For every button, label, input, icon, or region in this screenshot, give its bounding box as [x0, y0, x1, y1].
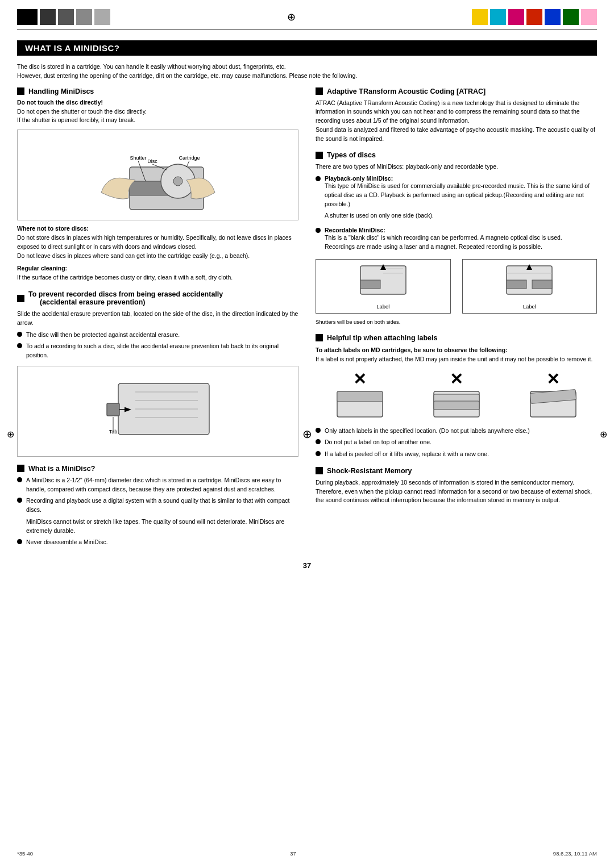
helpful-tip-heading-text: Helpful tip when attaching labels [327, 334, 437, 342]
where-not-to-store-text: Do not store discs in places with high t… [17, 233, 298, 260]
recordable-heading: Recordable MiniDisc: [325, 227, 385, 233]
bullet-icon-7 [316, 228, 321, 233]
prevent-erase-heading-text: To prevent recorded discs from being era… [28, 290, 223, 306]
disc-type-diagrams: Label Label [316, 259, 597, 314]
helpful-bullet-2: Do not put a label on top of another one… [316, 438, 597, 447]
bullet-icon-6 [316, 176, 321, 181]
what-is-bullet-2-text: Recording and playback use a digital sys… [26, 496, 298, 515]
heading-square-icon7 [316, 467, 323, 474]
shock-resistant-text: During playback, approximately 10 second… [316, 478, 597, 505]
regular-cleaning-heading: Regular cleaning: [17, 265, 298, 272]
svg-rect-20 [360, 280, 380, 289]
disc-box-playback: Label [316, 259, 451, 314]
left-target-symbol: ⊕ [7, 429, 14, 440]
label-diag-1-svg [334, 389, 385, 420]
helpful-tip-text: If a label is not properly attached, the… [316, 355, 597, 364]
types-of-discs-heading: Types of discs [316, 151, 597, 159]
bullet-icon-1 [17, 332, 22, 337]
label-diag-2: ✕ [412, 370, 500, 421]
playback-only-heading: Playback-only MiniDisc: [325, 175, 393, 182]
page-number-text: 37 [303, 561, 311, 570]
disc-diagram-svg: Disc Shutter Cartridge [96, 136, 221, 215]
header-block-4 [76, 9, 92, 25]
bullet-icon-9 [316, 439, 321, 444]
bullet-icon-10 [316, 451, 321, 456]
tab-diagram: Tab [17, 366, 298, 457]
helpful-bullet-3: If a label is peeled off or it lifts awa… [316, 450, 597, 459]
heading-square-icon3 [17, 465, 24, 472]
header-block-5 [94, 9, 110, 25]
svg-rect-25 [507, 280, 526, 289]
what-is-bullet-2: Recording and playback use a digital sys… [17, 496, 298, 515]
cross-mark-2: ✕ [412, 370, 500, 389]
heading-square-icon2 [17, 295, 24, 302]
do-not-touch-label: Do not touch the disc directly! [17, 99, 298, 106]
main-content: Handling MiniDiscs Do not touch the disc… [17, 87, 597, 550]
svg-text:Disc: Disc [147, 158, 157, 164]
what-is-bullet-1: A MiniDisc is a 2-1/2" (64-mm) diameter … [17, 476, 298, 494]
helpful-bullet-3-text: If a label is peeled off or it lifts awa… [325, 450, 597, 459]
right-column: Adaptive TRansform Acoustic Coding [ATRA… [316, 87, 597, 550]
shock-resistant-heading-text: Shock-Resistant Memory [327, 467, 412, 475]
prevent-bullet-2: To add a recording to such a disc, slide… [17, 342, 298, 360]
atrac-text: ATRAC (Adaptive TRansform Acoustic Codin… [316, 99, 597, 144]
label-diagrams: ✕ ✕ ✕ [316, 370, 597, 421]
intro-line1: The disc is stored in a cartridge. You c… [17, 62, 563, 72]
atrac-heading-text: Adaptive TRansform Acoustic Coding [ATRA… [327, 87, 486, 95]
tab-diagram-svg: Tab [101, 372, 215, 452]
header-block-cyan [490, 9, 506, 25]
prevent-erase-text: Slide the accidental erasure prevention … [17, 310, 298, 328]
header-block-yellow [472, 9, 488, 25]
header-block-2 [40, 9, 56, 25]
handling-heading: Handling MiniDiscs [17, 87, 298, 95]
page-title: WHAT IS A MINIDISC? [17, 40, 597, 56]
svg-rect-15 [107, 403, 119, 416]
playback-only-section: Playback-only MiniDisc: This type of Min… [316, 175, 597, 223]
bullet-icon-8 [316, 428, 321, 433]
what-is-bullet-1-text: A MiniDisc is a 2-1/2" (64-mm) diameter … [26, 476, 298, 494]
bullet-icon-2 [17, 343, 22, 348]
disc-box-recordable-svg [504, 263, 555, 300]
heading-square-icon [17, 87, 24, 95]
header-block-blue [545, 9, 561, 25]
bullet-icon-4 [17, 498, 22, 503]
helpful-tip-bold: To attach labels on MD cartridges, be su… [316, 347, 597, 353]
cross-mark-1: ✕ [316, 370, 404, 389]
disc-label-2: Label [466, 303, 594, 310]
atrac-heading: Adaptive TRansform Acoustic Coding [ATRA… [316, 87, 597, 95]
playback-shutter-note: A shutter is used on only one side (back… [325, 211, 597, 220]
disc-label-1: Label [320, 303, 447, 310]
where-not-to-store-heading: Where not to store discs: [17, 225, 298, 232]
left-column: Handling MiniDiscs Do not touch the disc… [17, 87, 298, 550]
recordable-section: Recordable MiniDisc: This is a "blank di… [316, 227, 597, 254]
intro-line2: However, dust entering the opening of th… [17, 72, 563, 81]
do-not-touch-text: Do not open the shutter or touch the dis… [17, 107, 298, 126]
shutter-note-both: Shutters will be used on both sides. [316, 318, 597, 326]
svg-rect-33 [434, 401, 479, 410]
page-number: 37 [0, 561, 614, 570]
heading-square-icon6 [316, 334, 323, 341]
heading-square-icon4 [316, 87, 323, 95]
what-is-heading: What is a MiniDisc? [17, 465, 298, 473]
prevent-bullet-2-text: To add a recording to such a disc, slide… [26, 342, 298, 360]
header-block-magenta [508, 9, 524, 25]
shock-resistant-heading: Shock-Resistant Memory [316, 467, 597, 475]
header-block-3 [58, 9, 74, 25]
label-diag-2-svg [431, 389, 482, 420]
right-target-symbol: ⊕ [600, 429, 607, 440]
regular-cleaning-text: If the surface of the cartridge becomes … [17, 273, 298, 282]
label-diag-3: ✕ [509, 370, 597, 421]
what-is-sub-text: MiniDiscs cannot twist or stretch like t… [17, 518, 298, 536]
bullet-icon-3 [17, 477, 22, 482]
svg-text:Cartridge: Cartridge [179, 155, 200, 161]
svg-rect-30 [337, 391, 383, 402]
helpful-tip-heading: Helpful tip when attaching labels [316, 334, 597, 342]
svg-line-9 [186, 161, 189, 167]
handling-heading-text: Handling MiniDiscs [28, 87, 94, 95]
disc-diagram: Disc Shutter Cartridge [17, 130, 298, 220]
what-is-bullet-3: Never disassemble a MiniDisc. [17, 538, 298, 547]
intro-text: The disc is stored in a cartridge. You c… [17, 62, 563, 81]
footer-left: *35-40 [17, 850, 33, 857]
cross-mark-3: ✕ [509, 370, 597, 389]
types-of-discs-heading-text: Types of discs [327, 151, 376, 159]
